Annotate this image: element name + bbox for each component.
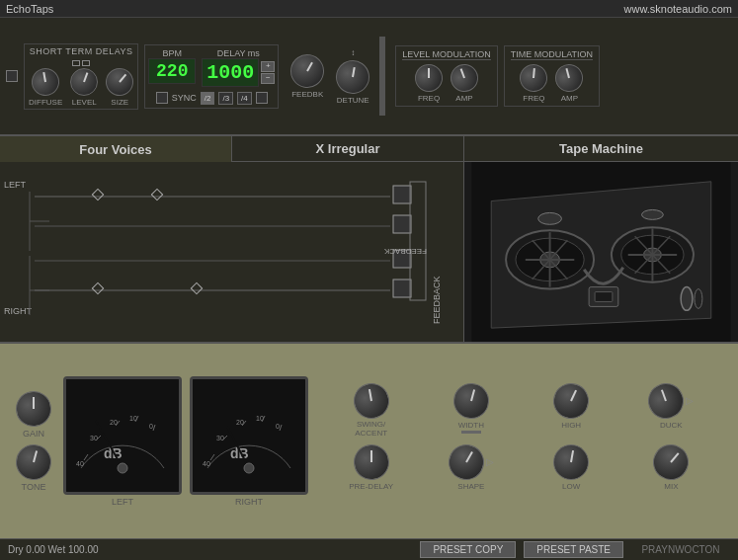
- level-label: LEVEL: [72, 98, 97, 107]
- short-term-delays-label: SHORT TERM DELAYS: [30, 46, 133, 56]
- right-meter-label: RIGHT: [235, 497, 263, 507]
- feedbk-label: FEEDBK: [291, 90, 323, 99]
- status-text: Dry 0.00 Wet 100.00: [8, 544, 412, 555]
- bpm-display[interactable]: 220: [148, 58, 196, 84]
- high-knob[interactable]: [549, 379, 593, 423]
- delay-down-button[interactable]: −: [261, 73, 275, 84]
- level-mod-freq-knob[interactable]: [411, 60, 447, 96]
- svg-rect-8: [92, 189, 103, 200]
- level-mod-amp-knob[interactable]: [445, 58, 483, 97]
- div3-button[interactable]: /3: [218, 92, 233, 105]
- time-mod-title: TIME MODULATION: [511, 49, 593, 60]
- mix-cell: MIX: [626, 444, 716, 500]
- shape-label: SHAPE: [457, 482, 484, 491]
- svg-rect-54: [193, 379, 305, 492]
- delay-visualization: FEEDBACK: [0, 162, 435, 340]
- size-label: SIZE: [111, 98, 128, 107]
- svg-rect-40: [66, 379, 179, 492]
- delay-display[interactable]: 1000: [202, 58, 259, 87]
- detune-knob[interactable]: [334, 57, 372, 96]
- high-cell: HIGH: [527, 383, 616, 439]
- time-mod-amp-knob[interactable]: [550, 59, 589, 98]
- delay-grid: LEFT RIGHT FEEDBACK: [0, 162, 463, 344]
- svg-rect-35: [595, 292, 613, 302]
- website-label: www.sknoteaudio.com: [624, 3, 732, 15]
- size-knob[interactable]: [102, 64, 137, 100]
- tape-machine-title: Tape Machine: [464, 136, 738, 162]
- width-knob[interactable]: [451, 381, 490, 420]
- diffuse-knob[interactable]: [27, 62, 64, 100]
- width-label: WIDTH: [458, 421, 484, 430]
- bottom-section: GAIN TONE 40 30 20: [0, 344, 738, 560]
- mix-label: MIX: [664, 482, 678, 491]
- feedbk-knob[interactable]: [288, 51, 327, 90]
- detune-label: DETUNE: [337, 96, 369, 105]
- top-section: SHORT TERM DELAYS DIFFUSE LEVEL SIZE: [0, 18, 738, 136]
- svg-rect-11: [191, 282, 202, 293]
- left-meter-label: LEFT: [112, 497, 133, 507]
- x-irregular-tab[interactable]: X Irregular: [232, 136, 463, 162]
- sync-checkbox2[interactable]: [256, 92, 268, 104]
- middle-section: Four Voices X Irregular LEFT RIGHT FEEDB…: [0, 136, 738, 344]
- mix-knob[interactable]: [647, 438, 696, 486]
- effect-knobs-grid: SWING/ACCENT WIDTH HIGH ▷: [316, 379, 726, 503]
- time-mod-freq-knob[interactable]: [517, 61, 550, 95]
- duck-cell: ▷ DUCK: [626, 383, 716, 439]
- duck-label: DUCK: [660, 421, 683, 430]
- sync-checkbox[interactable]: [156, 92, 168, 104]
- pre-delay-cell: PRE-DELAY: [326, 444, 416, 500]
- low-knob[interactable]: [553, 444, 589, 480]
- low-cell: LOW: [527, 444, 616, 500]
- four-voices-tab[interactable]: Four Voices: [0, 136, 232, 162]
- swing-accent-label: SWING/ACCENT: [355, 421, 387, 439]
- svg-rect-13: [393, 215, 411, 233]
- pre-delay-knob[interactable]: [351, 441, 392, 483]
- title-bar: EchoTaps www.sknoteaudio.com: [0, 0, 738, 18]
- tone-knob[interactable]: [14, 442, 52, 481]
- gain-tone-section: GAIN TONE: [12, 383, 55, 500]
- level-mod-section: LEVEL MODULATION FREQ AMP: [395, 45, 498, 107]
- svg-text:0: 0: [149, 423, 153, 430]
- svg-text:40: 40: [76, 460, 84, 467]
- high-label: HIGH: [561, 421, 581, 430]
- shape-cell: ▷ SHAPE: [426, 444, 516, 500]
- time-mod-freq-label: FREQ: [523, 94, 544, 103]
- level-knob[interactable]: [70, 68, 98, 96]
- svg-text:FEEDBACK: FEEDBACK: [383, 247, 427, 256]
- right-meter-svg: 40 30 20 10 0 dB: [193, 379, 305, 492]
- svg-rect-9: [151, 189, 162, 200]
- swing-accent-knob[interactable]: [349, 378, 394, 424]
- duck-knob[interactable]: [642, 376, 691, 425]
- delay-up-button[interactable]: +: [261, 61, 275, 72]
- delay-updown[interactable]: + −: [261, 61, 275, 84]
- svg-rect-10: [92, 282, 103, 293]
- svg-text:40: 40: [203, 460, 210, 467]
- svg-point-37: [695, 289, 702, 309]
- left-vu-meter[interactable]: 40 30 20 10 0 dB: [63, 376, 182, 495]
- diffuse-label: DIFFUSE: [29, 98, 62, 107]
- preset-copy-button[interactable]: PRESET COPY: [420, 541, 516, 558]
- svg-point-36: [681, 287, 693, 311]
- preset-name: PRAYNWOCTON: [631, 544, 730, 555]
- div2-button[interactable]: /2: [201, 92, 215, 105]
- tape-machine-svg: [464, 162, 738, 342]
- left-meter-svg: 40 30 20 10 0 dB: [66, 379, 179, 492]
- svg-text:dB: dB: [104, 445, 123, 461]
- svg-rect-15: [393, 280, 411, 297]
- low-label: LOW: [562, 482, 580, 491]
- gain-knob[interactable]: [13, 388, 54, 430]
- time-mod-section: TIME MODULATION FREQ AMP: [504, 45, 600, 107]
- app-title: EchoTaps: [6, 3, 53, 15]
- detune-group: ↕ DETUNE: [336, 48, 369, 105]
- shape-knob[interactable]: [444, 439, 489, 484]
- right-meter-group: 40 30 20 10 0 dB: [190, 376, 308, 507]
- time-mod-amp-label: AMP: [561, 94, 578, 103]
- div4-button[interactable]: /4: [237, 92, 252, 105]
- svg-point-67: [244, 463, 254, 473]
- preset-paste-button[interactable]: PRESET PASTE: [524, 541, 623, 558]
- bypass-checkbox[interactable]: [6, 70, 18, 82]
- sync-label: SYNC: [172, 93, 197, 103]
- mode-tabs: Four Voices X Irregular: [0, 136, 463, 162]
- svg-rect-16: [410, 182, 426, 300]
- right-vu-meter[interactable]: 40 30 20 10 0 dB: [190, 376, 308, 495]
